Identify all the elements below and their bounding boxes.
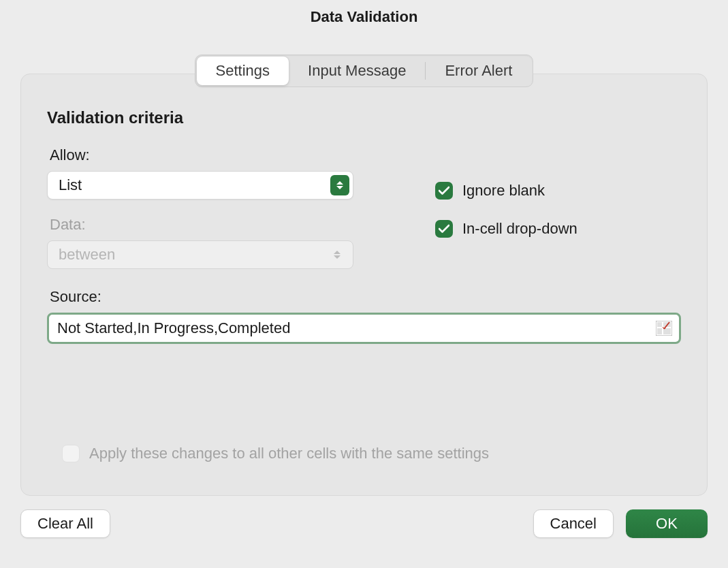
tab-input-message[interactable]: Input Message	[289, 57, 425, 85]
tab-strip: Settings Input Message Error Alert	[20, 54, 708, 87]
apply-all-label: Apply these changes to all other cells w…	[89, 445, 489, 462]
tab-error-alert[interactable]: Error Alert	[426, 57, 531, 85]
apply-all-checkbox	[62, 445, 80, 462]
allow-label: Allow:	[50, 146, 353, 164]
settings-panel: Validation criteria Allow: List Data: be…	[20, 74, 708, 496]
data-label: Data:	[50, 216, 353, 234]
svg-rect-3	[657, 328, 662, 334]
apply-all-row: Apply these changes to all other cells w…	[62, 445, 489, 462]
allow-select-value: List	[47, 171, 353, 200]
in-cell-dropdown-label: In-cell drop-down	[462, 220, 577, 238]
range-picker-icon[interactable]	[656, 321, 672, 336]
dialog-footer: Clear All Cancel OK	[0, 509, 728, 552]
check-icon	[439, 224, 449, 234]
svg-rect-1	[657, 322, 662, 327]
cancel-button[interactable]: Cancel	[533, 509, 614, 538]
clear-all-button[interactable]: Clear All	[20, 509, 110, 538]
ignore-blank-checkbox[interactable]	[435, 182, 453, 200]
source-input[interactable]	[50, 316, 678, 341]
data-select: between	[47, 240, 353, 269]
ok-button[interactable]: OK	[626, 509, 708, 538]
check-icon	[439, 186, 449, 195]
dialog-title: Data Validation	[0, 0, 728, 34]
in-cell-dropdown-row[interactable]: In-cell drop-down	[435, 220, 577, 238]
tab-group: Settings Input Message Error Alert	[195, 54, 534, 87]
section-title: Validation criteria	[47, 108, 681, 127]
ignore-blank-row[interactable]: Ignore blank	[435, 182, 577, 200]
source-label: Source:	[50, 288, 681, 306]
chevron-updown-icon	[330, 175, 349, 195]
chevron-updown-icon	[328, 244, 347, 265]
source-input-wrap	[47, 313, 681, 344]
data-select-value: between	[47, 240, 353, 269]
tab-settings[interactable]: Settings	[197, 57, 289, 85]
ignore-blank-label: Ignore blank	[462, 182, 545, 200]
allow-select[interactable]: List	[47, 171, 353, 200]
in-cell-dropdown-checkbox[interactable]	[435, 220, 453, 238]
